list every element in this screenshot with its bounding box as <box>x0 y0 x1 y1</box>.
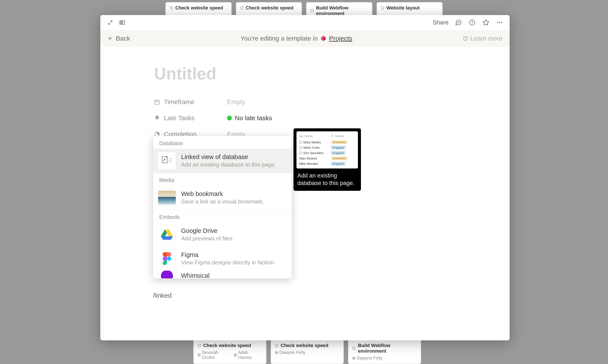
favorite-icon[interactable] <box>482 19 490 26</box>
table-row: Stan AlvarezScheduled <box>299 156 355 161</box>
table-row: Kim SaundersEngaged <box>299 150 355 156</box>
menu-item-whimsical[interactable]: Whimsical <box>153 271 292 278</box>
status-badge: Engaged <box>331 162 345 166</box>
menu-item-desc: Add previews of files. <box>181 235 287 242</box>
document-icon <box>299 146 302 149</box>
property-late-tasks[interactable]: Late Tasks No late tasks <box>154 110 456 126</box>
menu-item-google-drive[interactable]: Google Drive Add previews of files. <box>153 222 292 247</box>
svg-point-26 <box>167 257 171 261</box>
row-name: Mary Meeks <box>303 140 321 144</box>
property-timeframe[interactable]: Timeframe Empty <box>154 94 456 110</box>
page-modal: Share Back You're editing a template in <box>100 15 510 340</box>
updates-icon[interactable] <box>468 19 476 26</box>
svg-marker-25 <box>161 236 173 240</box>
bell-icon <box>154 115 160 121</box>
svg-point-7 <box>499 22 500 23</box>
svg-point-10 <box>465 39 466 40</box>
document-icon <box>299 141 302 144</box>
preview-tooltip: AaName ⊙Status Mary MeeksScheduledMitch … <box>294 128 361 191</box>
back-button[interactable]: Back <box>108 35 130 42</box>
comments-icon[interactable] <box>455 19 462 26</box>
menu-item-desc: View Figma designs directly in Notion <box>181 259 287 266</box>
share-button[interactable]: Share <box>432 19 449 26</box>
col-header-name: Name <box>304 134 313 138</box>
task-check-icon <box>311 9 314 13</box>
menu-item-title: Whimsical <box>181 272 287 279</box>
background-board-bottom: Check website speed Devorah GrotheAdah H… <box>0 338 608 364</box>
task-check-icon <box>170 6 173 10</box>
text-icon: Aa <box>299 134 303 138</box>
menu-item-title: Web bookmark <box>181 190 287 197</box>
task-label: Check website speed <box>246 5 294 11</box>
tooltip-text: Add an existing database to this page. <box>297 171 358 188</box>
assignee-name: Adah Harvey <box>238 350 262 360</box>
property-value[interactable]: No late tasks <box>227 114 272 122</box>
svg-rect-1 <box>120 22 123 24</box>
menu-item-linked-database[interactable]: Linked view of database Add an existing … <box>153 149 292 173</box>
property-value[interactable]: Empty <box>227 98 245 105</box>
figma-icon <box>158 250 176 268</box>
google-drive-icon <box>158 226 176 244</box>
more-icon[interactable] <box>496 19 504 26</box>
menu-item-title: Figma <box>181 251 287 259</box>
whimsical-icon <box>158 271 176 278</box>
bg-card: Build Webflow environment Dwayne Felty <box>348 339 421 364</box>
svg-point-8 <box>501 22 502 23</box>
svg-rect-11 <box>155 100 159 104</box>
row-name: Stan Alvarez <box>299 156 317 160</box>
banner-center-text: You're editing a template in Projects <box>241 35 352 42</box>
peek-mode-icon[interactable] <box>118 19 126 26</box>
projects-link[interactable]: Projects <box>329 35 352 42</box>
back-label: Back <box>116 35 130 42</box>
learn-more-link[interactable]: Learn more <box>463 35 502 42</box>
status-badge: Scheduled <box>331 156 347 160</box>
menu-item-title: Google Drive <box>181 227 287 234</box>
projects-icon <box>320 35 326 41</box>
assignee-name: Dwayne Felty <box>279 350 305 355</box>
editing-template-label: You're editing a template in <box>241 35 318 42</box>
menu-section-header: Database <box>153 136 292 149</box>
svg-point-27 <box>161 271 173 278</box>
assignee-name: Dwayne Felty <box>357 356 383 361</box>
page-title[interactable]: Untitled <box>154 64 456 83</box>
modal-topbar: Share <box>100 15 510 30</box>
avatar-icon <box>234 353 237 356</box>
document-icon <box>299 152 302 155</box>
wave-art-icon <box>158 189 176 207</box>
row-name: Kim Saunders <box>303 151 324 155</box>
svg-marker-5 <box>483 20 489 25</box>
menu-item-desc: Add an existing database to this page. <box>181 161 287 168</box>
task-check-icon <box>240 6 244 10</box>
task-label: Check website speed <box>203 343 251 348</box>
row-name: Mitch Cohn <box>303 146 320 149</box>
row-name: Mike Mendez <box>299 162 318 166</box>
table-row: Mitch CohnEngaged <box>299 145 355 150</box>
status-badge: Engaged <box>331 151 345 155</box>
svg-point-6 <box>497 22 498 23</box>
slash-input-text[interactable]: /linked <box>153 292 172 299</box>
task-check-icon <box>352 347 356 350</box>
avatar-icon <box>352 357 355 360</box>
menu-item-title: Linked view of database <box>181 154 287 160</box>
task-check-icon <box>381 6 384 10</box>
property-label: Timeframe <box>164 98 194 105</box>
assignee-name: Devorah Grothe <box>202 350 231 360</box>
expand-icon[interactable] <box>106 19 114 26</box>
preview-table: AaName ⊙Status Mary MeeksScheduledMitch … <box>297 131 358 169</box>
page-content: Untitled Timeframe Empty Late Tasks No l… <box>100 47 510 340</box>
avatar-icon <box>198 353 201 356</box>
menu-section-header: Media <box>153 173 292 186</box>
table-row: Mary MeeksScheduled <box>299 140 355 145</box>
menu-item-desc: Save a link as a visual bookmark. <box>181 198 287 205</box>
menu-item-web-bookmark[interactable]: Web bookmark Save a link as a visual boo… <box>153 186 292 210</box>
menu-item-figma[interactable]: Figma View Figma designs directly in Not… <box>153 247 292 271</box>
bg-card: Check website speed Devorah GrotheAdah H… <box>193 339 266 364</box>
bg-card: Check website speed Dwayne Felty <box>271 339 344 364</box>
status-icon: ⊙ <box>331 134 334 138</box>
template-banner: Back You're editing a template in Projec… <box>100 30 510 47</box>
property-label: Late Tasks <box>164 114 195 122</box>
task-label: Build Webflow environment <box>316 5 368 16</box>
table-row: Mike MendezEngaged <box>299 161 355 166</box>
menu-section-header: Embeds <box>153 210 292 222</box>
slash-command-menu: Database Linked view of database Add an … <box>153 136 292 279</box>
